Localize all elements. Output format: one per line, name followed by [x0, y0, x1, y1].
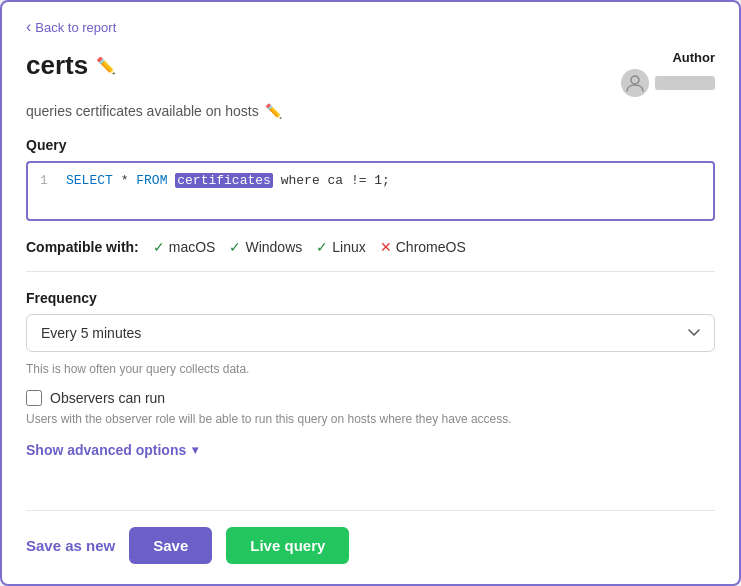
footer: Save as new Save Live query: [26, 510, 715, 564]
linux-check-icon: ✓: [316, 239, 328, 255]
chromeos-cross-icon: ✕: [380, 239, 392, 255]
kw-select: SELECT: [66, 173, 113, 188]
frequency-select[interactable]: Every 5 minutes Every 10 minutes Every 3…: [26, 314, 715, 352]
observers-help: Users with the observer role will be abl…: [26, 412, 715, 426]
description-text: queries certificates available on hosts: [26, 103, 259, 119]
advanced-toggle[interactable]: Show advanced options ▾: [26, 442, 715, 458]
windows-label: Windows: [245, 239, 302, 255]
header-row: certs ✏️ Author: [26, 50, 715, 97]
code-rest: where ca != 1;: [281, 173, 390, 188]
author-section: Author: [621, 50, 715, 97]
avatar: [621, 69, 649, 97]
live-query-button[interactable]: Live query: [226, 527, 349, 564]
kw-star: *: [121, 173, 137, 188]
advanced-label: Show advanced options: [26, 442, 186, 458]
compatible-row: Compatible with: ✓ macOS ✓ Windows ✓ Lin…: [26, 239, 715, 272]
description-edit-icon[interactable]: ✏️: [265, 103, 282, 119]
kw-from: FROM: [136, 173, 167, 188]
save-as-new-button[interactable]: Save as new: [26, 537, 115, 554]
frequency-section: Frequency Every 5 minutes Every 10 minut…: [26, 290, 715, 352]
observers-checkbox[interactable]: [26, 390, 42, 406]
chromeos-label: ChromeOS: [396, 239, 466, 255]
linux-label: Linux: [332, 239, 365, 255]
platform-macos: ✓ macOS: [153, 239, 216, 255]
author-label: Author: [672, 50, 715, 65]
platform-linux: ✓ Linux: [316, 239, 365, 255]
frequency-help: This is how often your query collects da…: [26, 362, 715, 376]
code-line[interactable]: SELECT * FROM certificates where ca != 1…: [66, 173, 390, 209]
chevron-down-icon: ▾: [192, 443, 198, 457]
query-label: Query: [26, 137, 715, 153]
observers-label[interactable]: Observers can run: [50, 390, 165, 406]
windows-check-icon: ✓: [229, 239, 241, 255]
frequency-label: Frequency: [26, 290, 715, 306]
macos-label: macOS: [169, 239, 216, 255]
macos-check-icon: ✓: [153, 239, 165, 255]
page-title: certs: [26, 50, 88, 81]
table-name: certificates: [175, 173, 273, 188]
description-row: queries certificates available on hosts …: [26, 103, 715, 119]
author-avatar-row: [621, 69, 715, 97]
compatible-label: Compatible with:: [26, 239, 139, 255]
title-edit-icon[interactable]: ✏️: [96, 56, 116, 75]
line-number: 1: [40, 173, 54, 209]
query-editor[interactable]: 1 SELECT * FROM certificates where ca !=…: [26, 161, 715, 221]
main-container: Back to report certs ✏️ Author: [0, 0, 741, 586]
back-link[interactable]: Back to report: [26, 18, 715, 36]
save-button[interactable]: Save: [129, 527, 212, 564]
svg-point-0: [631, 76, 639, 84]
author-name-blurred: [655, 76, 715, 90]
title-section: certs ✏️: [26, 50, 116, 81]
platform-chromeos: ✕ ChromeOS: [380, 239, 466, 255]
observers-row: Observers can run: [26, 390, 715, 406]
platform-windows: ✓ Windows: [229, 239, 302, 255]
